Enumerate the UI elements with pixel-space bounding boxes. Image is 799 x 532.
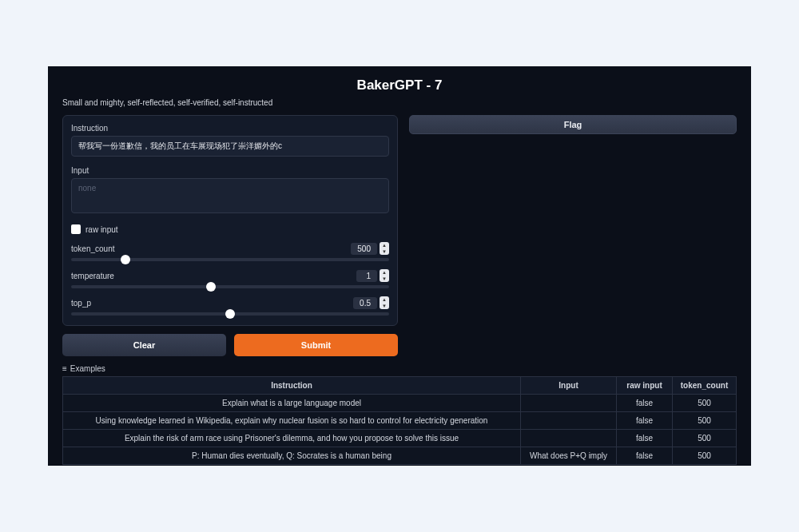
chevron-up-icon[interactable]: ▲ — [380, 269, 389, 276]
action-buttons: Clear Submit — [62, 334, 398, 356]
th-instruction: Instruction — [63, 377, 521, 395]
chevron-down-icon[interactable]: ▼ — [380, 248, 389, 255]
input-textarea[interactable] — [71, 178, 389, 213]
app-content: BakerGPT - 7 Small and mighty, self-refl… — [48, 66, 751, 466]
th-input: Input — [521, 377, 617, 395]
cell-token_count: 500 — [673, 447, 737, 465]
th-raw-input: raw input — [617, 377, 673, 395]
top-p-label: top_p — [71, 299, 91, 308]
temperature-slider[interactable] — [71, 285, 389, 288]
temperature-slider-row: temperature 1 ▲ ▼ — [71, 269, 389, 288]
cell-raw_input: false — [617, 447, 673, 465]
cell-input — [521, 412, 617, 430]
cell-raw_input: false — [617, 395, 673, 412]
table-header-row: Instruction Input raw input token_count — [63, 377, 737, 395]
page-title: BakerGPT - 7 — [62, 77, 737, 93]
left-column: Instruction Input raw input token_count … — [62, 115, 398, 356]
input-label: Input — [71, 166, 389, 175]
temperature-stepper[interactable]: ▲ ▼ — [380, 269, 389, 282]
cell-instruction: Explain the risk of arm race using Priso… — [63, 430, 521, 447]
cell-token_count: 500 — [673, 395, 737, 412]
cell-input — [521, 430, 617, 447]
cell-token_count: 500 — [673, 430, 737, 447]
examples-table: Instruction Input raw input token_count … — [62, 376, 737, 465]
cell-input: What does P+Q imply — [521, 447, 617, 465]
cell-input — [521, 395, 617, 412]
top-p-stepper[interactable]: ▲ ▼ — [380, 296, 389, 309]
instruction-label: Instruction — [71, 124, 389, 133]
input-panel: Instruction Input raw input token_count … — [62, 115, 398, 326]
token-count-stepper[interactable]: ▲ ▼ — [380, 242, 389, 255]
flag-button[interactable]: Flag — [409, 115, 737, 134]
list-icon: ≡ — [62, 364, 67, 373]
page-subtitle: Small and mighty, self-reflected, self-v… — [62, 98, 737, 107]
temperature-label: temperature — [71, 272, 114, 280]
top-p-value[interactable]: 0.5 — [353, 297, 377, 309]
cell-instruction: P: Human dies eventually, Q: Socrates is… — [63, 447, 521, 465]
chevron-down-icon[interactable]: ▼ — [380, 276, 389, 282]
slider-thumb[interactable] — [121, 255, 130, 264]
instruction-input[interactable] — [71, 136, 389, 157]
chevron-up-icon[interactable]: ▲ — [380, 296, 389, 303]
raw-input-checkbox[interactable] — [71, 224, 81, 234]
raw-input-label: raw input — [85, 225, 118, 234]
chevron-down-icon[interactable]: ▼ — [380, 303, 389, 309]
cell-token_count: 500 — [673, 412, 737, 430]
submit-button[interactable]: Submit — [234, 334, 398, 356]
table-row[interactable]: P: Human dies eventually, Q: Socrates is… — [63, 447, 737, 465]
examples-label: ≡ Examples — [62, 364, 737, 373]
cell-instruction: Using knowledge learned in Wikipedia, ex… — [63, 412, 521, 430]
cell-raw_input: false — [617, 430, 673, 447]
slider-thumb[interactable] — [206, 282, 216, 292]
top-p-slider[interactable] — [71, 312, 389, 316]
temperature-value[interactable]: 1 — [356, 270, 377, 282]
examples-section: ≡ Examples Instruction Input raw input t… — [62, 364, 737, 465]
th-token-count: token_count — [673, 377, 737, 395]
token-count-value[interactable]: 500 — [351, 243, 377, 255]
token-count-slider[interactable] — [71, 258, 389, 261]
table-row[interactable]: Explain what is a large language modelfa… — [63, 395, 737, 412]
chevron-up-icon[interactable]: ▲ — [380, 242, 389, 248]
clear-button[interactable]: Clear — [62, 334, 226, 356]
table-row[interactable]: Using knowledge learned in Wikipedia, ex… — [63, 412, 737, 430]
token-count-slider-row: token_count 500 ▲ ▼ — [71, 242, 389, 261]
raw-input-row[interactable]: raw input — [71, 224, 389, 234]
cell-instruction: Explain what is a large language model — [63, 395, 521, 412]
table-row[interactable]: Explain the risk of arm race using Priso… — [63, 430, 737, 447]
top-p-slider-row: top_p 0.5 ▲ ▼ — [71, 296, 389, 316]
app-window: BakerGPT - 7 Small and mighty, self-refl… — [48, 66, 751, 466]
main-columns: Instruction Input raw input token_count … — [62, 115, 737, 356]
cell-raw_input: false — [617, 412, 673, 430]
slider-thumb[interactable] — [225, 309, 235, 319]
token-count-label: token_count — [71, 244, 115, 253]
right-column: Flag — [409, 115, 737, 356]
